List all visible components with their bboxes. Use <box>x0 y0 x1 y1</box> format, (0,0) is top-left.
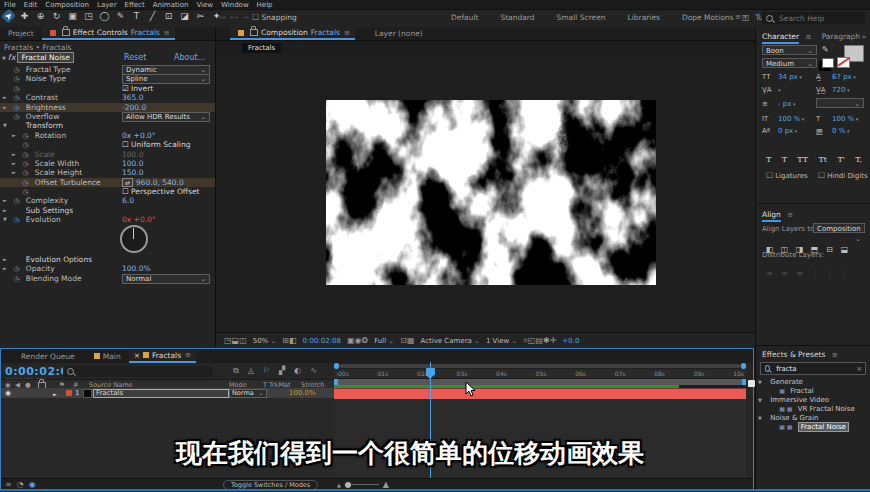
draft-3d-icon[interactable]: ◬ <box>248 366 254 376</box>
menu-item[interactable]: View <box>192 1 217 9</box>
effect-property-row[interactable]: ► Sub Settings <box>0 206 215 215</box>
property-value[interactable]: 150.0 <box>122 168 143 177</box>
workspace-tab[interactable]: Dope Motions <box>671 13 744 22</box>
in-out-icon[interactable]: ∞ <box>5 480 12 489</box>
default-colors-swatch[interactable] <box>822 58 834 68</box>
effect-property-row[interactable]: ▼ ◷ Evolution 0x +0.0° <box>0 215 215 224</box>
kerning-value[interactable] <box>778 86 781 94</box>
effect-property-row[interactable]: ◷ ☑ Invert <box>0 84 215 93</box>
snapping-toggle[interactable]: ☐ Snapping <box>252 13 297 22</box>
zoom-in-icon[interactable]: ▲ <box>383 480 389 489</box>
effect-property-row[interactable]: ► ◷ Rotation 0x +0.0° <box>0 131 215 140</box>
effect-property-row[interactable]: ◷ ☐ Perspective Offset <box>0 187 215 196</box>
workspace-tab[interactable]: Standard <box>489 13 545 22</box>
layer-name[interactable]: Fractals <box>93 389 229 398</box>
effect-label[interactable]: Immersive Video <box>770 396 829 404</box>
effect-label[interactable]: Fractal Noise <box>798 422 849 432</box>
always-preview-icon[interactable]: ◳ <box>224 336 232 345</box>
layer-eye-icon[interactable]: ◉ <box>5 389 11 397</box>
faux-style-button[interactable]: T <box>782 155 787 164</box>
camera-tool[interactable]: ▣ <box>67 11 78 21</box>
vertical-scale-value[interactable]: 100 % <box>778 115 804 123</box>
menu-item[interactable]: Composition <box>41 1 93 9</box>
property-value[interactable]: 960.0, 540.0 <box>122 178 184 187</box>
viewer-comp-chip[interactable]: Fractals <box>242 43 281 53</box>
brush-tool[interactable]: ╱ <box>147 11 158 21</box>
workspace-tab[interactable]: Default <box>440 13 489 22</box>
property-value[interactable]: 100.0 <box>122 159 143 168</box>
shy-layers-icon[interactable]: ⚐ <box>263 366 270 376</box>
twirl-icon[interactable]: ▼ <box>758 378 765 387</box>
effects-tree-item[interactable]: ▦ Fractal <box>758 386 868 395</box>
navigator-track[interactable] <box>339 364 741 368</box>
property-value[interactable]: 6.0 <box>122 196 134 205</box>
workspace-tab[interactable]: Libraries <box>617 13 671 22</box>
collapse-arrow-icon[interactable]: ▼ <box>2 55 6 61</box>
primary-viewer-icon[interactable]: ⬓ <box>232 336 240 345</box>
menu-item[interactable]: Layer <box>93 1 121 9</box>
about-link[interactable]: About... <box>174 53 205 62</box>
effects-search-input[interactable] <box>774 364 856 374</box>
graph-editor-icon[interactable]: ∿ <box>310 366 317 376</box>
panel-menu-icon[interactable]: ≡ <box>832 351 838 359</box>
effect-property-row[interactable]: ► ◷ Complexity 6.0 <box>0 196 215 205</box>
align-vcenter-icon[interactable]: ⊟ <box>822 245 837 254</box>
effect-property-row[interactable]: ► ◷ Contrast 365.0 <box>0 93 215 102</box>
zoom-tool[interactable]: ⊕ <box>35 11 46 21</box>
workspace-tab[interactable]: Small Screen <box>546 13 617 22</box>
effect-property-row[interactable]: ► ◷ Scale 100.0 <box>0 150 215 159</box>
layer-expander-icon[interactable]: ► <box>53 391 57 397</box>
effect-property-row[interactable]: ► ◷ Brightness -200.0 <box>0 103 215 112</box>
menu-item[interactable]: Effect <box>121 1 149 9</box>
twirl-icon[interactable]: ▼ <box>758 396 765 405</box>
exposure-value[interactable]: +0.0 <box>562 337 579 345</box>
expander-icon[interactable]: ▼ <box>0 121 11 130</box>
effect-property-row[interactable]: ◷ Blending Mode Normal <box>0 274 215 283</box>
rotate-tool[interactable]: ↻ <box>51 11 62 21</box>
property-value[interactable]: 100.0% <box>122 264 151 273</box>
layer-stretch-value[interactable]: 100.0% <box>289 389 316 397</box>
tab-paragraph[interactable]: Paragraph <box>822 32 860 41</box>
property-value[interactable]: ☐ Uniform Scaling <box>122 140 190 149</box>
effects-tree-item[interactable]: ▼ Generate <box>758 377 868 386</box>
expander-icon[interactable]: ► <box>9 168 20 177</box>
camera-dropdown[interactable]: Active Camera <box>420 337 479 345</box>
expander-icon[interactable]: ► <box>0 206 11 215</box>
faux-style-button[interactable]: T, <box>855 155 862 164</box>
effect-label[interactable]: Generate <box>770 378 803 386</box>
menu-item[interactable]: Help <box>253 1 277 9</box>
type-tool[interactable]: T <box>131 11 142 21</box>
faux-style-button[interactable]: TT <box>797 155 808 164</box>
effects-tree-item[interactable]: ▦ ▦ VR Fractal Noise <box>758 404 868 413</box>
effect-label[interactable]: Fractal <box>790 387 814 395</box>
comp-current-time[interactable]: 0:00:02:08 <box>303 337 341 345</box>
clear-search-icon[interactable]: × <box>856 365 862 373</box>
search-help-input[interactable] <box>777 13 861 24</box>
search-help-box[interactable] <box>762 12 865 24</box>
pan-behind-tool[interactable]: ◳ <box>83 11 94 21</box>
stroke-color-swatch[interactable] <box>837 57 850 68</box>
font-style-select[interactable]: Medium <box>762 58 817 68</box>
effect-property-row[interactable]: ► ◷ Scale Width 100.0 <box>0 159 215 168</box>
property-value[interactable]: 0x +0.0° <box>122 131 156 140</box>
menu-item[interactable]: Edit <box>20 1 42 9</box>
twirl-icon[interactable]: ▼ <box>758 414 765 423</box>
time-ruler[interactable]: :00s01s02s03s04s05s06s07s08s09s10s <box>334 369 746 379</box>
eraser-tool[interactable]: ◪ <box>179 11 190 21</box>
expander-icon[interactable]: ► <box>0 103 11 112</box>
effect-property-row[interactable]: ► ◷ Opacity 100.0% <box>0 264 215 273</box>
render-time-icon[interactable]: ◔ <box>17 480 24 489</box>
empty-select[interactable] <box>816 98 864 108</box>
font-size-value[interactable]: 34 px <box>778 73 802 81</box>
tab-align[interactable]: Align <box>762 210 781 222</box>
view-layout-dropdown[interactable]: 1 View <box>486 337 517 345</box>
expander-icon[interactable]: ► <box>9 150 20 159</box>
shape-tool[interactable]: ◯ <box>99 11 110 21</box>
faux-style-button[interactable]: T <box>766 155 771 164</box>
transparency-grid-icon[interactable]: ▦ <box>407 336 415 345</box>
tab-project[interactable]: Project <box>0 29 42 38</box>
layer-duration-bar[interactable] <box>334 388 746 399</box>
property-value[interactable]: ☑ Invert <box>122 84 153 93</box>
effect-property-row[interactable]: ► ◷ Scale Height 150.0 <box>0 168 215 177</box>
close-tab-icon[interactable]: × <box>134 351 140 360</box>
